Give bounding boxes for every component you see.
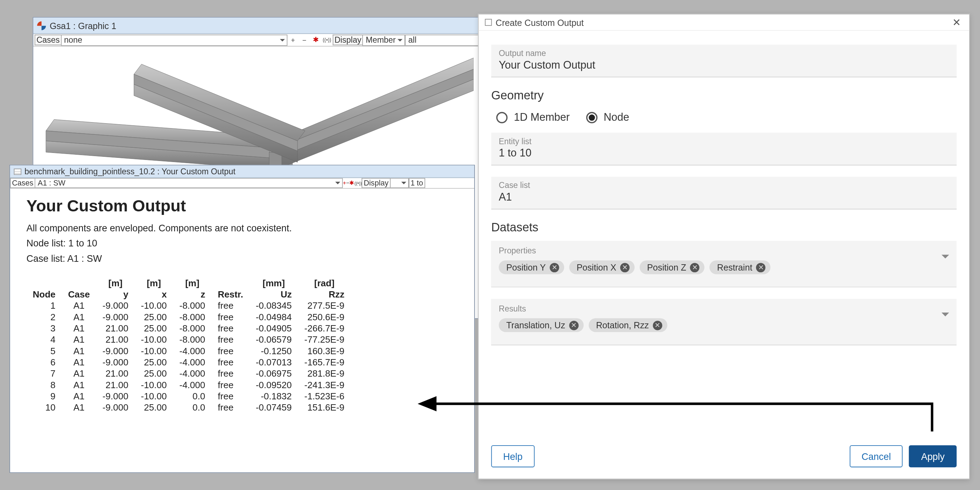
cell: -8.000	[173, 312, 212, 323]
plus-icon[interactable]: +	[288, 35, 298, 45]
results-dropdown-icon[interactable]	[942, 313, 949, 320]
chip-remove-icon[interactable]: ✕	[549, 262, 559, 272]
out-display-select[interactable]	[390, 178, 409, 188]
unit-header: [m]	[135, 277, 173, 288]
cell: A1	[62, 334, 96, 345]
col-header: Restr.	[212, 289, 249, 300]
case-list-field[interactable]: Case list A1	[491, 177, 956, 209]
chip[interactable]: Translation, Uz✕	[499, 318, 584, 332]
svg-marker-7	[282, 69, 474, 156]
radio-node[interactable]: Node	[586, 111, 629, 124]
star-icon[interactable]: ✱	[310, 35, 321, 45]
out-star-icon[interactable]: ✱	[349, 180, 354, 186]
out-plus-icon[interactable]: +	[343, 180, 346, 186]
panel-title: Create Custom Output	[496, 17, 584, 27]
cell: 8	[26, 379, 62, 391]
chip-remove-icon[interactable]: ✕	[569, 321, 579, 330]
cases-label: Cases	[35, 35, 61, 46]
panel-header: Create Custom Output ✕	[479, 14, 969, 31]
properties-dropdown-icon[interactable]	[942, 255, 949, 262]
case-list-line: Case list: A1 : SW	[26, 251, 458, 266]
cell: -0.04984	[250, 312, 298, 323]
chip-remove-icon[interactable]: ✕	[620, 262, 630, 272]
cell: 281.8E-9	[298, 368, 351, 379]
cell: A1	[62, 391, 96, 402]
cell: 25.00	[135, 368, 173, 379]
results-field[interactable]: Results Translation, Uz✕Rotation, Rzz✕	[491, 299, 956, 345]
display-select[interactable]: Member	[363, 34, 405, 46]
chip-remove-icon[interactable]: ✕	[690, 262, 699, 272]
cell: 0.0	[173, 402, 212, 413]
cell: -4.000	[173, 356, 212, 368]
table-row: 4A121.00-10.00-8.000free-0.06579-77.25E-…	[26, 334, 350, 345]
cell: -10.00	[135, 391, 173, 402]
radio-1d-member[interactable]: 1D Member	[496, 111, 570, 124]
cell: A1	[62, 402, 96, 413]
table-row: 6A1-9.00025.00-4.000free-0.07013-165.7E-…	[26, 356, 350, 368]
cell: -4.000	[173, 379, 212, 391]
output-window-titlebar[interactable]: benchmark_building_pointless_10.2 : Your…	[10, 165, 474, 178]
unit-header: [m]	[173, 277, 212, 288]
geometry-heading: Geometry	[491, 89, 956, 103]
cell: 5	[26, 345, 62, 356]
table-row: 5A1-9.000-10.00-4.000free-0.1250160.3E-9	[26, 345, 350, 356]
table-icon	[14, 169, 22, 175]
close-icon[interactable]: ✕	[950, 16, 963, 29]
cell: -9.000	[96, 391, 135, 402]
cell: free	[212, 312, 249, 323]
properties-label: Properties	[499, 246, 949, 256]
cell: 6	[26, 356, 62, 368]
cell: 21.00	[96, 323, 135, 334]
cell: 25.00	[135, 402, 173, 413]
out-signal-icon[interactable]: ((•))	[355, 181, 362, 186]
properties-field[interactable]: Properties Position Y✕Position X✕Positio…	[491, 241, 956, 287]
apply-button[interactable]: Apply	[909, 445, 957, 467]
chip[interactable]: Position X✕	[569, 260, 635, 274]
cell: -0.06975	[250, 368, 298, 379]
cell: 25.00	[135, 356, 173, 368]
chip-remove-icon[interactable]: ✕	[756, 262, 765, 272]
out-minus-icon[interactable]: −	[346, 180, 349, 186]
cell: -0.07013	[250, 356, 298, 368]
cell: 7	[26, 368, 62, 379]
signal-icon[interactable]: ((•))	[322, 35, 332, 45]
table-row: 1A1-9.000-10.00-8.000free-0.08345277.5E-…	[26, 300, 350, 311]
col-header: Case	[62, 289, 96, 300]
chip-remove-icon[interactable]: ✕	[653, 321, 662, 330]
entity-list-field[interactable]: Entity list 1 to 10	[491, 133, 956, 165]
cell: -8.000	[173, 323, 212, 334]
cell: 151.6E-9	[298, 402, 351, 413]
chip[interactable]: Position Z✕	[640, 260, 705, 274]
cancel-button[interactable]: Cancel	[850, 445, 903, 467]
svg-marker-6	[282, 79, 474, 167]
help-button[interactable]: Help	[491, 445, 535, 467]
chip[interactable]: Rotation, Rzz✕	[589, 318, 667, 332]
cell: free	[212, 368, 249, 379]
chip[interactable]: Restraint✕	[710, 260, 770, 274]
out-cases-select[interactable]: A1 : SW	[35, 178, 343, 188]
col-header: z	[173, 289, 212, 300]
output-toolbar: Cases A1 : SW + − ✱ ((•)) Display 1 to	[10, 178, 474, 189]
unit-header: [rad]	[298, 277, 351, 288]
cell: 0.0	[173, 391, 212, 402]
cases-select[interactable]: none	[61, 34, 287, 46]
display-label: Display	[332, 35, 363, 46]
cell: 21.00	[96, 334, 135, 345]
chip[interactable]: Position Y✕	[499, 260, 564, 274]
window-icon	[485, 19, 492, 26]
results-label: Results	[499, 304, 949, 313]
cell: 4	[26, 334, 62, 345]
cell: -0.08345	[250, 300, 298, 311]
col-header: x	[135, 289, 173, 300]
cell: -77.25E-9	[298, 334, 351, 345]
graphic-window-title: Gsa1 : Graphic 1	[50, 20, 116, 30]
output-name-field[interactable]: Output name Your Custom Output	[491, 45, 956, 77]
envelope-note: All components are enveloped. Components…	[26, 221, 458, 236]
cell: -241.3E-9	[298, 379, 351, 391]
minus-icon[interactable]: −	[299, 35, 309, 45]
table-row: 7A121.0025.00-4.000free-0.06975281.8E-9	[26, 368, 350, 379]
table-row: 3A121.0025.00-8.000free-0.04905-266.7E-9	[26, 323, 350, 334]
out-entity-hint[interactable]: 1 to	[409, 178, 425, 188]
cell: 25.00	[135, 323, 173, 334]
app-logo-icon	[37, 21, 46, 30]
